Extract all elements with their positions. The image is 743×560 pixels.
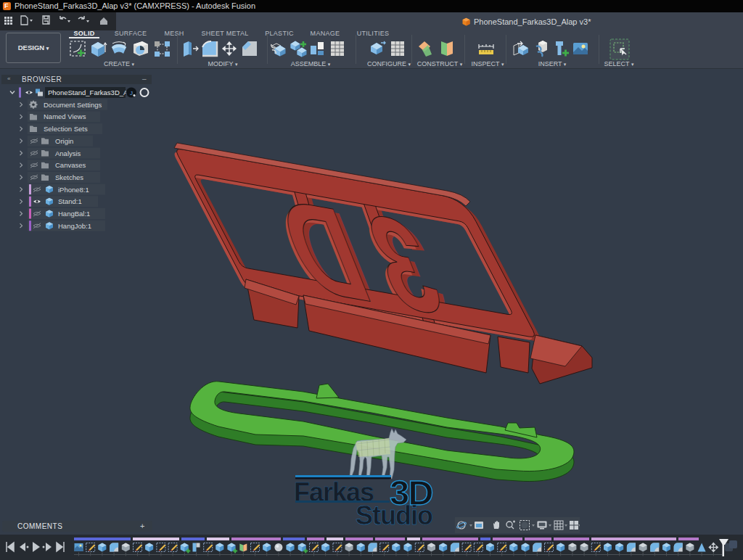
- svg-text:HangJob:1: HangJob:1: [58, 222, 91, 230]
- svg-text:iPhone8:1: iPhone8:1: [58, 186, 89, 194]
- svg-text:PhoneStand_Farkas3D_A...: PhoneStand_Farkas3D_A...: [48, 88, 134, 96]
- svg-text:Selection Sets: Selection Sets: [44, 125, 88, 133]
- svg-text:Sketches: Sketches: [55, 173, 83, 181]
- svg-text:Canvases: Canvases: [55, 161, 86, 169]
- svg-text:Stand:1: Stand:1: [58, 197, 82, 205]
- svg-text:Named Views: Named Views: [44, 112, 86, 120]
- svg-text:Studio: Studio: [356, 501, 432, 530]
- svg-text:Analysis: Analysis: [55, 149, 81, 157]
- svg-text:Origin: Origin: [55, 137, 73, 145]
- svg-text:HangBal:1: HangBal:1: [58, 210, 90, 218]
- svg-text:Document Settings: Document Settings: [44, 101, 102, 109]
- svg-text:J: J: [130, 90, 133, 96]
